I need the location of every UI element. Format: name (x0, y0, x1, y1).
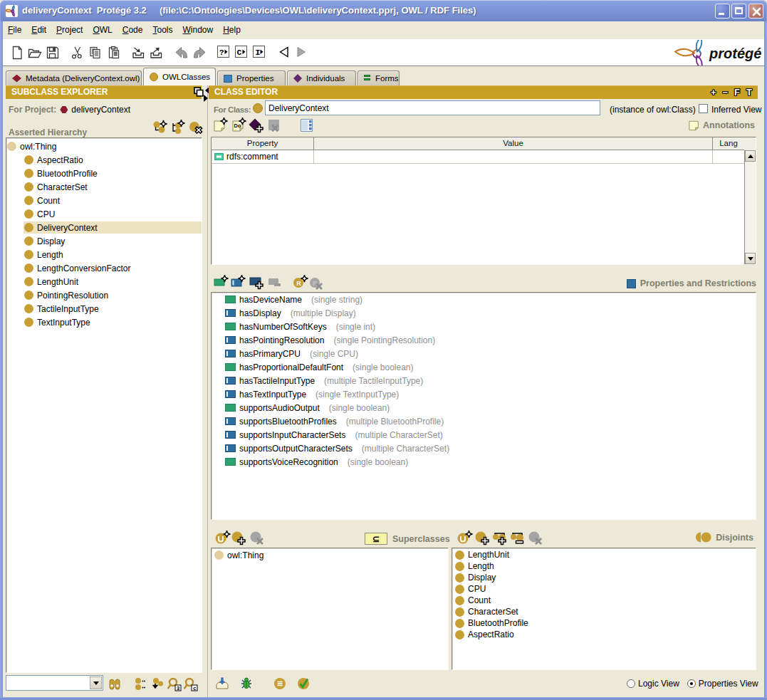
query-ref-icon[interactable]: ? (217, 46, 231, 60)
expand-all-icon[interactable] (134, 677, 147, 691)
disjoint-item[interactable]: AspectRatio (452, 629, 756, 640)
superclasses-list[interactable]: owl:Thing (211, 548, 449, 670)
remove-superclass-icon[interactable] (249, 531, 264, 545)
disjoint-item[interactable]: Count (452, 595, 756, 606)
disjoint-item[interactable]: BluetoothProfile (452, 617, 756, 629)
font-decrease-icon[interactable]: − (723, 86, 729, 98)
menu-item[interactable]: Project (51, 21, 88, 39)
search-combobox[interactable] (6, 675, 103, 691)
disjoint-item[interactable]: Display (452, 572, 756, 583)
property-row[interactable]: hasTactileInputType(multiple TactileInpu… (212, 374, 756, 387)
superclass-item[interactable]: owl:Thing (212, 549, 448, 561)
property-row[interactable]: hasPrimaryCPU(single CPU) (212, 347, 756, 360)
property-row[interactable]: supportsInputCharacterSets(multiple Char… (212, 428, 756, 442)
cut-icon[interactable] (71, 46, 85, 60)
tab-properties[interactable]: Properties (217, 70, 286, 85)
class-name-input[interactable] (265, 100, 600, 115)
tree-item[interactable]: LengthUnit (6, 275, 202, 288)
search-superclass-icon[interactable]: 3 (167, 677, 181, 691)
remove-all-siblings-icon[interactable] (510, 531, 524, 545)
delete-annotation-icon[interactable] (267, 117, 283, 133)
disjoint-item[interactable]: CharacterSet (452, 606, 756, 617)
split-view-icon[interactable] (299, 117, 315, 133)
property-row[interactable]: supportsOutputCharacterSets(multiple Cha… (212, 442, 756, 455)
nav-back-icon[interactable] (278, 46, 292, 60)
annotation-value-cell[interactable] (314, 150, 713, 164)
tree-item[interactable]: AspectRatio (6, 153, 202, 167)
check-consistency-icon[interactable] (296, 677, 311, 691)
remove-disjoint-icon[interactable] (528, 531, 542, 545)
menu-item[interactable]: File (3, 21, 26, 39)
nav-forward-icon[interactable] (295, 46, 309, 60)
tree-item[interactable]: BluetoothProfile (6, 167, 202, 180)
text-icon[interactable]: T (746, 86, 752, 98)
individual-ref-icon[interactable]: I (253, 46, 267, 60)
properties-view-radio[interactable] (687, 679, 696, 688)
menu-item[interactable]: Edit (26, 21, 51, 39)
disjoints-list[interactable]: LengthUnitLengthDisplayCPUCountCharacter… (452, 548, 756, 670)
undo-icon[interactable] (174, 46, 189, 60)
create-annotation-property-icon[interactable]: Do (231, 117, 247, 133)
logic-view-radio[interactable] (627, 679, 635, 688)
disjoint-item[interactable]: CPU (452, 583, 756, 595)
font-icon[interactable]: F (734, 86, 740, 98)
archive-export-icon[interactable] (149, 46, 163, 60)
add-disjoint-class-icon[interactable] (474, 531, 489, 545)
tab-forms[interactable]: Forms (358, 70, 400, 85)
add-property-icon[interactable] (249, 275, 265, 291)
create-object-property-icon[interactable] (231, 275, 246, 291)
add-annotation-icon[interactable] (248, 117, 264, 133)
font-increase-icon[interactable]: + (711, 86, 716, 98)
tab-metadata[interactable]: Metadata (DeliveryContext.owl) (6, 70, 142, 85)
open-project-icon[interactable] (28, 46, 42, 60)
property-row[interactable]: supportsVoiceRecognition(single boolean) (212, 455, 756, 469)
create-class-icon[interactable] (152, 120, 166, 133)
property-row[interactable]: hasTextInputType(single TextInputType) (212, 387, 756, 401)
disjoint-item[interactable]: LengthUnit (452, 549, 756, 560)
combo-dropdown-icon[interactable] (90, 677, 102, 689)
property-row[interactable]: hasPointingResolution(single PointingRes… (212, 333, 756, 347)
property-row[interactable]: hasDeviceName(single string) (212, 293, 756, 306)
annotation-row[interactable]: rdfs:comment (212, 150, 756, 164)
properties-list[interactable]: hasDeviceName(single string)hasDisplay(m… (211, 292, 756, 520)
tree-item[interactable]: CPU (6, 207, 202, 221)
scroll-up-icon[interactable] (745, 150, 756, 162)
tree-item[interactable]: TextInputType (6, 315, 202, 329)
menu-item[interactable]: OWL (88, 21, 117, 39)
tree-item[interactable]: Count (6, 194, 202, 207)
property-row[interactable]: hasNumberOfSoftKeys(single int) (212, 320, 756, 333)
column-value[interactable]: Value (314, 137, 713, 150)
menu-item[interactable]: Window (177, 21, 218, 39)
new-project-icon[interactable] (10, 46, 24, 60)
add-disjoint-expression-icon[interactable] (456, 531, 471, 545)
create-restriction-icon[interactable]: R (293, 275, 308, 291)
tab-owlclasses[interactable]: OWLClasses (143, 68, 216, 85)
move-to-tray-icon[interactable] (215, 677, 229, 691)
menu-item[interactable]: Help (218, 21, 246, 39)
create-datatype-property-icon[interactable] (214, 275, 229, 291)
disjoint-item[interactable]: Length (452, 560, 756, 572)
copy-icon[interactable] (88, 46, 103, 60)
class-tree[interactable]: owl:ThingAspectRatioBluetoothProfileChar… (6, 137, 202, 673)
annotations-scrollbar[interactable] (744, 150, 756, 264)
tree-item[interactable]: owl:Thing (6, 140, 202, 153)
delete-class-icon[interactable] (188, 120, 202, 133)
tree-item[interactable]: Length (6, 248, 202, 261)
add-superclass-icon[interactable] (231, 531, 245, 545)
redo-icon[interactable] (192, 46, 206, 60)
delete-restriction-icon[interactable]: R (309, 275, 325, 291)
tree-item[interactable]: LengthConversionFactor (6, 261, 202, 275)
inferred-view-checkbox[interactable] (699, 104, 708, 113)
remove-property-icon[interactable] (268, 275, 283, 291)
splitter-collapse-buttons[interactable] (202, 87, 209, 103)
collapse-all-icon[interactable] (151, 677, 165, 691)
property-row[interactable]: supportsAudioOutput(single boolean) (212, 401, 756, 414)
property-row[interactable]: supportsBluetoothProfiles(multiple Bluet… (212, 414, 756, 428)
debug-bug-icon[interactable] (239, 677, 254, 691)
create-annotation-icon[interactable] (213, 117, 229, 133)
tab-individuals[interactable]: Individuals (287, 70, 356, 85)
menu-item[interactable]: Code (118, 21, 148, 39)
create-subclass-icon[interactable] (170, 120, 184, 133)
save-project-icon[interactable] (46, 46, 60, 60)
archive-import-icon[interactable] (131, 46, 145, 60)
